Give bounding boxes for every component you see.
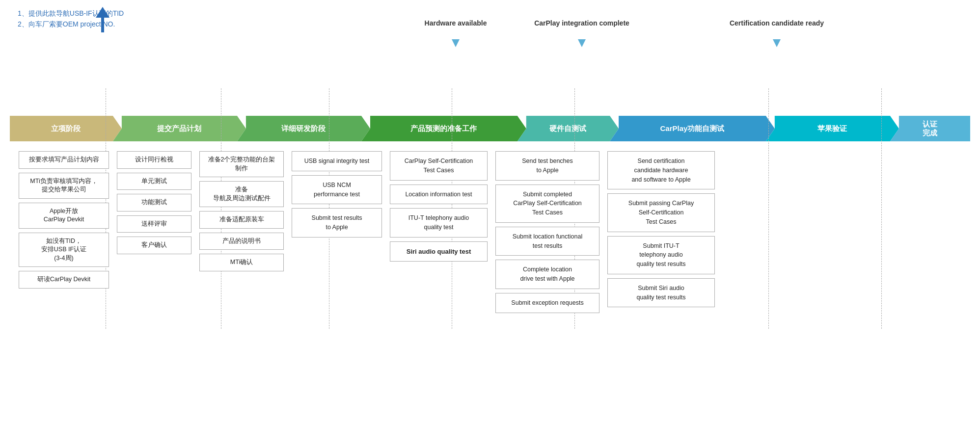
box-lx-4: 如没有TID，安排USB IF认证(3-4周) [19, 233, 109, 267]
phase-apple: 苹果验证 [766, 116, 899, 141]
column-lixiang: 按要求填写产品计划内容 MTi负责审核填写内容，提交给苹果公司 Apple开放C… [15, 151, 113, 289]
box-hw-1: USB signal integrity test [292, 151, 382, 171]
phase-carplay: CarPlay功能自测试 [610, 116, 775, 141]
column-tijiao: 设计同行检视 单元测试 功能测试 送样评审 客户确认 [113, 151, 195, 254]
phase-chuanbei: 产品预测的准备工作 [361, 116, 526, 141]
box-lx-3: Apple开放CarPlay Devkit [19, 203, 109, 229]
box-cp-1: CarPlay Self-CertificationTest Cases [390, 151, 488, 181]
phase-tijiao: 提交产品计划 [113, 116, 246, 141]
box-tj-2: 单元测试 [117, 173, 191, 190]
box-lx-5: 研读CarPlay Devkit [19, 271, 109, 289]
milestone-cert: Certification candidate ready [730, 19, 824, 27]
milestone-cert-arrow [773, 39, 781, 47]
box-xx-3: 准备适配原装车 [199, 211, 284, 229]
box-xx-4: 产品的说明书 [199, 233, 284, 250]
phase-hardware: 硬件自测试 [517, 116, 619, 141]
box-xx-1: 准备2个完整功能的台架制作 [199, 151, 284, 177]
phase-lixiang: 立项阶段 [10, 116, 122, 141]
milestone-carplay: CarPlay integration complete [534, 19, 629, 27]
box-ap-1: Send test benchesto Apple [495, 151, 599, 181]
phase-banner: 立项阶段 提交产品计划 详细研发阶段 产品预测的准备工作 硬件自测试 CarPl… [10, 116, 970, 141]
column-hardware: USB signal integrity test USB NCMperform… [288, 151, 386, 238]
box-ap-3: Submit location functionaltest results [495, 227, 599, 256]
box-tj-1: 设计同行检视 [117, 151, 191, 169]
milestone-hardware-arrow [452, 39, 460, 47]
dash-line-col6 [881, 88, 882, 329]
box-ap-4: Complete locationdrive test with Apple [495, 260, 599, 289]
box-ap-5: Submit exception requests [495, 293, 599, 313]
box-cp-4: Siri audio quality test [390, 241, 488, 262]
phase-done: 认证完成 [890, 116, 970, 141]
box-cp-3: ITU-T telephony audioquality test [390, 208, 488, 238]
milestone-carplay-arrow [578, 39, 586, 47]
box-lx-1: 按要求填写产品计划内容 [19, 151, 109, 169]
milestone-hardware: Hardware available [425, 19, 487, 27]
box-ct-3: Submit ITU-Ttelephony audioquality test … [607, 236, 715, 274]
column-carplay: CarPlay Self-CertificationTest Cases Loc… [386, 151, 491, 262]
box-tj-5: 客户确认 [117, 237, 191, 254]
box-hw-2: USB NCMperformance test [292, 175, 382, 205]
box-xx-5: MTi确认 [199, 254, 284, 271]
box-xx-2: 准备导航及周边测试配件 [199, 181, 284, 207]
box-tj-3: 功能测试 [117, 194, 191, 212]
box-ct-1: Send certificationcandidate hardwareand … [607, 151, 715, 189]
box-lx-2: MTi负责审核填写内容，提交给苹果公司 [19, 173, 109, 199]
column-xiangxi: 准备2个完整功能的台架制作 准备导航及周边测试配件 准备适配原装车 产品的说明书… [195, 151, 288, 271]
phase-xiangxi: 详细研发阶段 [237, 116, 370, 141]
content-area: 按要求填写产品计划内容 MTi负责审核填写内容，提交给苹果公司 Apple开放C… [10, 151, 970, 313]
box-ct-2: Submit passing CarPlaySelf-Certification… [607, 193, 715, 232]
column-apple: Send test benchesto Apple Submit complet… [491, 151, 603, 313]
column-cert: Send certificationcandidate hardwareand … [603, 151, 719, 307]
dash-line-col5 [768, 88, 769, 329]
box-cp-2: Location information test [390, 185, 488, 205]
box-hw-3: Submit test resultsto Apple [292, 208, 382, 238]
box-ct-4: Submit Siri audioquality test results [607, 278, 715, 308]
box-tj-4: 送样评审 [117, 215, 191, 233]
box-ap-2: Submit completedCarPlay Self-Certificati… [495, 185, 599, 223]
